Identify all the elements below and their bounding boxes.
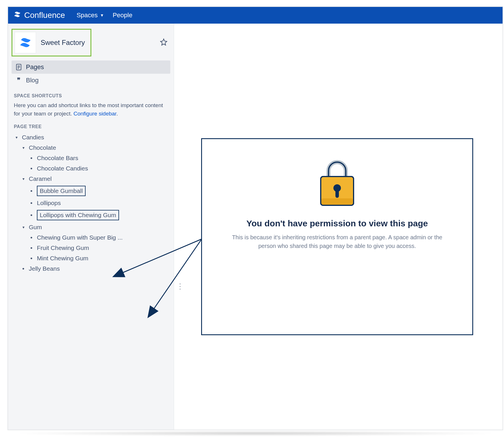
confluence-glyph-icon <box>18 36 32 50</box>
bullet-icon: • <box>29 212 34 219</box>
tree-item-label: Lollipops <box>37 200 61 206</box>
topnav-people-label: People <box>113 12 133 19</box>
bullet-icon: • <box>29 234 34 241</box>
brand[interactable]: Confluence <box>13 10 65 20</box>
sidebar: Sweet Factory Pages ❞ Blog <box>8 24 174 430</box>
sidebar-item-label: Pages <box>26 63 44 71</box>
permission-desc: This is because it's inheriting restrict… <box>228 233 447 250</box>
svg-rect-8 <box>335 190 339 198</box>
tree-item-lollipops-gum[interactable]: • Lollipops with Chewing Gum <box>13 208 169 222</box>
chevron-down-icon: ▾ <box>14 135 19 140</box>
tree-item-caramel[interactable]: ▾ Caramel <box>13 174 169 184</box>
tree-item-gum-super[interactable]: • Chewing Gum with Super Big ... <box>13 232 169 243</box>
section-space-shortcuts-heading: SPACE SHORTCUTS <box>14 93 168 98</box>
bullet-icon: • <box>29 155 34 162</box>
space-shortcuts-text: Here you can add shortcut links to the m… <box>14 101 168 118</box>
tree-item-label: Chocolate <box>29 144 56 151</box>
space-avatar <box>15 32 36 53</box>
permission-denied-panel: You don't have permission to view this p… <box>201 138 473 335</box>
topnav-spaces-label: Spaces <box>77 12 98 19</box>
bullet-icon: • <box>29 165 34 172</box>
topnav: Spaces ▼ People <box>77 12 133 19</box>
lock-icon <box>313 155 362 211</box>
chevron-down-icon: ▼ <box>100 13 104 18</box>
favorite-star-button[interactable] <box>160 38 167 47</box>
brand-name: Confluence <box>24 11 65 20</box>
tree-item-chocolate[interactable]: ▾ Chocolate <box>13 143 169 153</box>
page-tree: ▾ Candies ▾ Chocolate • Chocolate Bars •… <box>13 132 169 274</box>
tree-item-label: Chocolate Candies <box>37 165 88 172</box>
tree-item-chocolate-bars[interactable]: • Chocolate Bars <box>13 153 169 163</box>
tree-item-gum-mint[interactable]: • Mint Chewing Gum <box>13 253 169 263</box>
tree-item-label: Bubble Gumball <box>37 186 86 196</box>
configure-sidebar-link[interactable]: Configure sidebar <box>73 111 116 117</box>
svg-rect-5 <box>321 198 354 205</box>
tree-item-label: Lollipops with Chewing Gum <box>37 210 119 220</box>
tree-item-label: Jelly Beans <box>29 265 60 272</box>
tree-item-label: Candies <box>22 134 44 141</box>
space-name: Sweet Factory <box>41 39 85 47</box>
chevron-down-icon: ▾ <box>21 177 26 181</box>
tree-item-label: Caramel <box>29 175 52 182</box>
tree-item-label: Fruit Chewing Gum <box>37 244 89 251</box>
tree-item-lollipops[interactable]: • Lollipops <box>13 198 169 208</box>
bullet-icon: • <box>29 200 34 206</box>
tree-item-jelly[interactable]: • Jelly Beans <box>13 263 169 274</box>
tree-item-gum[interactable]: ▾ Gum <box>13 222 169 232</box>
window-shadow <box>12 431 500 436</box>
bullet-icon: • <box>21 265 26 272</box>
tree-item-gum-fruit[interactable]: • Fruit Chewing Gum <box>13 243 169 253</box>
star-outline-icon <box>160 38 167 46</box>
bullet-icon: • <box>29 255 34 262</box>
topnav-people[interactable]: People <box>113 12 133 19</box>
topbar: Confluence Spaces ▼ People <box>8 7 503 24</box>
tree-item-label: Chewing Gum with Super Big ... <box>37 234 123 241</box>
confluence-logo-icon <box>13 10 21 20</box>
chevron-down-icon: ▾ <box>21 145 26 150</box>
sidebar-item-pages[interactable]: Pages <box>12 60 170 74</box>
chevron-down-icon: ▾ <box>21 225 26 230</box>
permission-title: You don't have permission to view this p… <box>246 219 428 228</box>
sidebar-item-label: Blog <box>26 77 39 84</box>
topnav-spaces[interactable]: Spaces ▼ <box>77 12 104 19</box>
tree-item-label: Mint Chewing Gum <box>37 255 88 262</box>
sidebar-item-blog[interactable]: ❞ Blog <box>12 74 170 87</box>
tree-item-candies[interactable]: ▾ Candies <box>13 132 169 143</box>
bullet-icon: • <box>29 244 34 251</box>
page-icon <box>16 64 22 70</box>
section-page-tree-heading: PAGE TREE <box>14 124 168 129</box>
tree-item-chocolate-candies[interactable]: • Chocolate Candies <box>13 163 169 174</box>
bullet-icon: • <box>29 187 34 194</box>
tree-item-label: Gum <box>29 224 42 231</box>
quote-icon: ❞ <box>16 77 22 84</box>
space-header[interactable]: Sweet Factory <box>12 29 91 56</box>
tree-item-label: Chocolate Bars <box>37 155 78 162</box>
tree-item-bubble-gumball[interactable]: • Bubble Gumball <box>13 184 169 198</box>
